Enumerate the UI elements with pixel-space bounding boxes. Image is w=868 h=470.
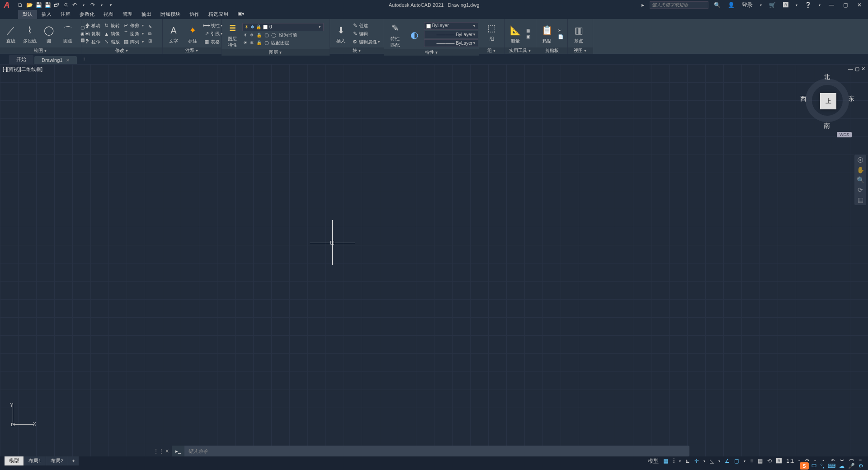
app-logo[interactable]: A bbox=[0, 0, 14, 10]
panel-group-title[interactable]: 组▼ bbox=[479, 47, 504, 54]
panel-draw-title[interactable]: 绘图▼ bbox=[0, 47, 81, 54]
modify-extra-2[interactable]: ⧉ bbox=[147, 31, 153, 37]
vp-close-button[interactable]: ✕ bbox=[861, 66, 865, 72]
viewcube-south[interactable]: 南 bbox=[824, 122, 830, 130]
drawing-viewport[interactable]: [-][俯视][二维线框] — ▢ ✕ Y X 北 南 东 西 上 WCS ⦿ … bbox=[0, 64, 868, 456]
login-dd-icon[interactable]: ▾ bbox=[758, 3, 764, 7]
layer-combo[interactable]: ☀ ❄ 🔒 0 ▼ bbox=[242, 23, 324, 31]
calc-button[interactable]: ▦ bbox=[525, 28, 531, 33]
snap-dd-icon[interactable]: ▾ bbox=[677, 459, 683, 463]
panel-block-title[interactable]: 块▼ bbox=[330, 47, 384, 54]
save-web-icon[interactable]: 🗗 bbox=[52, 1, 61, 9]
help-icon[interactable]: ❔ bbox=[803, 2, 813, 8]
ime-settings-icon[interactable]: ⚙ bbox=[858, 463, 864, 469]
annoscale2-icon[interactable]: 1:1 bbox=[784, 458, 796, 464]
tab-parametric[interactable]: 参数化 bbox=[75, 10, 99, 19]
tab-default[interactable]: 默认 bbox=[18, 10, 37, 19]
tab-insert[interactable]: 插入 bbox=[37, 10, 56, 19]
tab-collab[interactable]: 协作 bbox=[185, 10, 204, 19]
share-arrow-icon[interactable]: ▸ bbox=[640, 2, 646, 8]
color-combo[interactable]: ByLayer▼ bbox=[424, 22, 478, 30]
redo-dd-icon[interactable]: ▾ bbox=[98, 1, 106, 9]
panel-util-title[interactable]: 实用工具▼ bbox=[505, 47, 536, 54]
match-props-button[interactable]: ✎特性 匹配 bbox=[386, 20, 404, 49]
viewcube-top[interactable]: 上 bbox=[820, 93, 836, 109]
leader-button[interactable]: ↗引线▾ bbox=[203, 30, 223, 38]
copy-clip-button[interactable]: 📄 bbox=[557, 34, 564, 40]
block-edit-button[interactable]: ✎编辑 bbox=[351, 30, 381, 38]
panel-props-title[interactable]: 特性▼ bbox=[384, 49, 479, 56]
open-icon[interactable]: 📂 bbox=[25, 1, 33, 9]
dim-button[interactable]: ✦标注 bbox=[184, 22, 202, 45]
layer-props-button[interactable]: ≣图层 特性 bbox=[223, 20, 241, 49]
tab-model[interactable]: 模型 bbox=[5, 456, 24, 465]
ime-voice-icon[interactable]: 🎤 bbox=[847, 463, 856, 469]
cut-button[interactable]: ✂ bbox=[557, 28, 564, 33]
layer-row3[interactable]: ☀❄🔒▢匹配图层 bbox=[242, 39, 328, 47]
new-icon[interactable]: 🗋 bbox=[16, 1, 24, 9]
minimize-button[interactable]: — bbox=[826, 2, 837, 8]
ime-softkbd-icon[interactable]: ⌨ bbox=[827, 463, 836, 469]
viewcube-west[interactable]: 西 bbox=[800, 95, 807, 103]
command-line[interactable]: ▸_ 键入命令 bbox=[172, 446, 689, 456]
sogou-ime-icon[interactable]: S bbox=[800, 462, 809, 470]
close-button[interactable]: ✕ bbox=[854, 2, 864, 8]
ime-lang-icon[interactable]: 中 bbox=[811, 462, 818, 470]
tab-output[interactable]: 输出 bbox=[137, 10, 156, 19]
object-snap-icon[interactable]: ▢ bbox=[732, 458, 741, 464]
group-button[interactable]: ⬚组 bbox=[483, 20, 501, 43]
status-model-toggle[interactable]: 模型 bbox=[646, 457, 660, 465]
add-tab-button[interactable]: ＋ bbox=[78, 54, 90, 64]
ime-punct-icon[interactable]: °, bbox=[820, 463, 825, 469]
ime-cloud-icon[interactable]: ☁ bbox=[838, 463, 845, 469]
tab-layout2[interactable]: 布局2 bbox=[46, 456, 68, 465]
cycle-icon[interactable]: ⟲ bbox=[765, 458, 774, 464]
tab-drawing1[interactable]: Drawing1✕ bbox=[34, 56, 77, 64]
base-view-button[interactable]: ▥基点 bbox=[570, 22, 588, 45]
nav-orbit-icon[interactable]: ⟳ bbox=[858, 186, 863, 193]
undo-dd-icon[interactable]: ▾ bbox=[80, 1, 88, 9]
command-input[interactable]: 键入命令 bbox=[184, 448, 689, 455]
restore-button[interactable]: ▢ bbox=[840, 2, 851, 8]
search-icon[interactable]: 🔍 bbox=[712, 2, 722, 8]
text-button[interactable]: A文字 bbox=[165, 22, 183, 45]
panel-view-title[interactable]: 视图▼ bbox=[568, 47, 593, 54]
arc-button[interactable]: ⌒圆弧 bbox=[59, 22, 77, 45]
measure-button[interactable]: 📐测量 bbox=[506, 22, 524, 45]
table-button[interactable]: ▦表格 bbox=[203, 38, 223, 46]
cmd-close-icon[interactable]: ✕ bbox=[165, 448, 169, 454]
circle-button[interactable]: ◯圆 bbox=[40, 22, 58, 45]
paste-button[interactable]: 📋粘贴 bbox=[538, 22, 556, 45]
copy-button[interactable]: ⿻复制 ▲镜像 ⌒圆角 ▾ bbox=[83, 30, 145, 38]
tab-layout1[interactable]: 布局1 bbox=[24, 456, 46, 465]
tab-manage[interactable]: 管理 bbox=[118, 10, 137, 19]
undo-icon[interactable]: ↶ bbox=[71, 1, 79, 9]
vp-maximize-button[interactable]: ▢ bbox=[855, 66, 859, 72]
tab-view[interactable]: 视图 bbox=[99, 10, 118, 19]
quick-select-button[interactable]: ▣ bbox=[525, 34, 531, 40]
help-dd-icon[interactable]: ▾ bbox=[817, 3, 822, 7]
props-palette-button[interactable]: ◐ bbox=[405, 27, 423, 43]
polyline-button[interactable]: ⌇多段线 bbox=[21, 22, 39, 45]
tab-annotate[interactable]: 注释 bbox=[56, 10, 75, 19]
transparency-icon[interactable]: ▤ bbox=[756, 458, 764, 464]
move-button[interactable]: ✥移动 ↻旋转 ✂修剪 ▾ bbox=[83, 22, 145, 29]
layer-row2[interactable]: ☀❄🔒▢◯设为当前 bbox=[242, 32, 328, 39]
modify-extra-3[interactable]: ⊞ bbox=[147, 38, 153, 44]
polar-dd-icon[interactable]: ▾ bbox=[702, 459, 707, 463]
lineweight-combo[interactable]: ———— ByLayer▼ bbox=[424, 31, 478, 38]
cmd-grip-icon[interactable]: ⋮⋮ bbox=[153, 448, 164, 454]
panel-annotate-title[interactable]: 注释▼ bbox=[163, 47, 221, 54]
grid-display-icon[interactable]: ▦ bbox=[661, 458, 670, 464]
nav-showmotion-icon[interactable]: ▦ bbox=[858, 196, 863, 203]
ortho-icon[interactable]: ⊾ bbox=[684, 458, 692, 464]
qat-custom-icon[interactable]: ▼ bbox=[107, 1, 115, 9]
isodraft-icon[interactable]: ◺ bbox=[708, 458, 716, 464]
panel-modify-title[interactable]: 修改▼ bbox=[81, 47, 162, 54]
saveas-icon[interactable]: 💾 bbox=[43, 1, 52, 9]
polar-icon[interactable]: ✛ bbox=[693, 458, 701, 464]
vp-minimize-button[interactable]: — bbox=[848, 66, 853, 72]
block-attr-button[interactable]: ⚙编辑属性▾ bbox=[351, 38, 381, 46]
lineweight-icon[interactable]: ≡ bbox=[748, 458, 755, 464]
save-icon[interactable]: 💾 bbox=[34, 1, 42, 9]
